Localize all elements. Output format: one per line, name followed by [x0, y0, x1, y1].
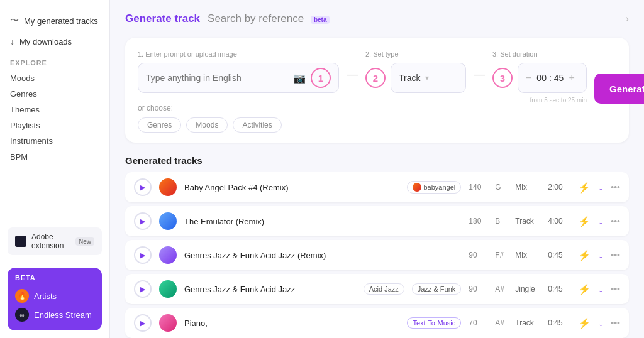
fire-icon: 🔥	[15, 289, 29, 303]
play-button[interactable]: ▶	[134, 178, 152, 196]
avatar	[159, 246, 177, 264]
bolt-icon[interactable]: ⚡	[578, 283, 591, 295]
bolt-icon[interactable]: ⚡	[578, 317, 591, 329]
track-name: Genres Jazz & Funk Acid Jazz (Remix)	[184, 251, 461, 260]
sidebar-item-endless-stream[interactable]: ∞ Endless Stream	[15, 305, 94, 324]
step2-section: 2. Set type 2 Track ▾	[365, 50, 466, 93]
step3-label: 3. Set duration	[492, 50, 587, 58]
track-key: A#	[495, 285, 508, 293]
step2-label: 2. Set type	[365, 50, 466, 58]
table-row: ▶ Baby Angel Pack #4 (Remix) babyangel 1…	[125, 172, 629, 202]
avatar	[159, 178, 177, 196]
track-type: Track	[515, 217, 540, 226]
sidebar-item-playlists[interactable]: Playlists	[0, 117, 109, 133]
chevron-icon: ›	[626, 13, 629, 25]
track-bpm: 90	[469, 285, 487, 293]
duration-plus-btn[interactable]: +	[566, 72, 577, 84]
filter-tab-moods[interactable]: Moods	[186, 117, 228, 133]
play-button[interactable]: ▶	[134, 314, 152, 332]
tab-search-by-reference[interactable]: Search by reference beta	[208, 13, 330, 25]
beta-label: BETA	[15, 274, 94, 281]
generated-tracks-title: Generated tracks	[125, 155, 629, 166]
beta-badge: beta	[311, 16, 330, 24]
sidebar-item-bpm[interactable]: BPM	[0, 149, 109, 165]
duration-minutes: 00	[536, 73, 547, 83]
tab-generate-track[interactable]: Generate track	[125, 13, 200, 25]
play-button[interactable]: ▶	[134, 246, 152, 264]
track-key: F#	[495, 251, 508, 259]
more-options-icon[interactable]: •••	[611, 182, 620, 192]
download-icon[interactable]: ↓	[598, 317, 603, 329]
track-duration: 0:45	[548, 285, 570, 293]
download-icon[interactable]: ↓	[598, 249, 603, 261]
user-avatar	[413, 183, 421, 192]
form-steps-row: 1. Enter prompt or upload image 📷 1 — 2.…	[138, 50, 616, 104]
type-value: Track	[399, 73, 420, 83]
tag-jazz-funk: Jazz & Funk	[412, 283, 462, 295]
sidebar-item-instruments[interactable]: Instruments	[0, 133, 109, 149]
play-button[interactable]: ▶	[134, 212, 152, 230]
sidebar-item-themes[interactable]: Themes	[0, 102, 109, 117]
bolt-icon[interactable]: ⚡	[578, 215, 591, 227]
track-bpm: 180	[469, 217, 487, 226]
sidebar-item-generated-tracks[interactable]: 〜 My generated tracks	[0, 10, 109, 31]
track-bpm: 70	[469, 319, 487, 327]
download-icon[interactable]: ↓	[598, 182, 603, 193]
tag-text-to-music: Text-To-Music	[407, 317, 461, 329]
more-options-icon[interactable]: •••	[611, 216, 620, 226]
type-chevron-icon: ▾	[425, 74, 429, 82]
track-key: A#	[495, 319, 508, 327]
sidebar: 〜 My generated tracks ↓ My downloads EXP…	[0, 0, 110, 338]
tabs-row: Generate track Search by reference beta …	[125, 13, 629, 25]
track-bpm: 90	[469, 251, 487, 259]
avatar	[159, 212, 177, 230]
track-duration: 0:45	[548, 251, 570, 259]
play-button[interactable]: ▶	[134, 280, 152, 298]
prompt-input[interactable]	[146, 73, 288, 83]
duration-hint: from 5 sec to 25 min	[492, 97, 587, 104]
filter-tab-genres[interactable]: Genres	[138, 117, 181, 133]
sidebar-item-genres[interactable]: Genres	[0, 86, 109, 102]
stream-icon: ∞	[15, 308, 29, 322]
download-icon[interactable]: ↓	[598, 283, 603, 295]
type-selector[interactable]: Track ▾	[391, 63, 466, 93]
filter-tab-activities[interactable]: Activities	[233, 117, 281, 133]
track-duration: 4:00	[548, 217, 570, 226]
sidebar-item-moods[interactable]: Moods	[0, 70, 109, 86]
step2-circle: 2	[365, 68, 386, 88]
track-name: Baby Angel Pack #4 (Remix)	[184, 183, 399, 192]
bolt-icon[interactable]: ⚡	[578, 182, 591, 194]
user-tag: babyangel	[407, 181, 462, 194]
adobe-label: Adobe extension	[31, 232, 70, 250]
sidebar-item-downloads[interactable]: ↓ My downloads	[0, 31, 109, 52]
artists-label: Artists	[34, 292, 57, 301]
endless-stream-label: Endless Stream	[34, 310, 92, 320]
step1-circle: 1	[311, 68, 331, 88]
generate-track-button[interactable]: Generate track	[594, 74, 644, 104]
camera-icon[interactable]: 📷	[293, 72, 306, 84]
track-type: Jingle	[515, 285, 540, 293]
step1-section: 1. Enter prompt or upload image 📷 1	[138, 50, 339, 93]
step-divider-2: —	[474, 68, 485, 81]
filter-tabs: Genres Moods Activities	[138, 117, 616, 133]
step3-section: 3. Set duration 3 − 00 : 45 + from 5 sec…	[492, 50, 587, 104]
user-tag-label: babyangel	[424, 183, 456, 191]
more-options-icon[interactable]: •••	[611, 318, 620, 328]
wave-icon: 〜	[10, 15, 19, 26]
track-key: G	[495, 183, 508, 192]
more-options-icon[interactable]: •••	[611, 284, 620, 294]
table-row: ▶ The Emulator (Remix) 180 B Track 4:00 …	[125, 206, 629, 236]
new-badge: New	[75, 237, 94, 246]
track-duration: 0:45	[548, 319, 570, 327]
bolt-icon[interactable]: ⚡	[578, 249, 591, 261]
download-icon[interactable]: ↓	[598, 215, 603, 227]
duration-minus-btn[interactable]: −	[523, 72, 534, 84]
more-options-icon[interactable]: •••	[611, 250, 620, 260]
track-type: Mix	[515, 183, 540, 192]
sidebar-item-artists[interactable]: 🔥 Artists	[15, 286, 94, 305]
track-name: The Emulator (Remix)	[184, 217, 461, 226]
adobe-extension-item[interactable]: Adobe extension New	[8, 227, 102, 255]
avatar	[159, 280, 177, 298]
download-icon: ↓	[10, 36, 14, 46]
adobe-icon	[15, 236, 26, 247]
